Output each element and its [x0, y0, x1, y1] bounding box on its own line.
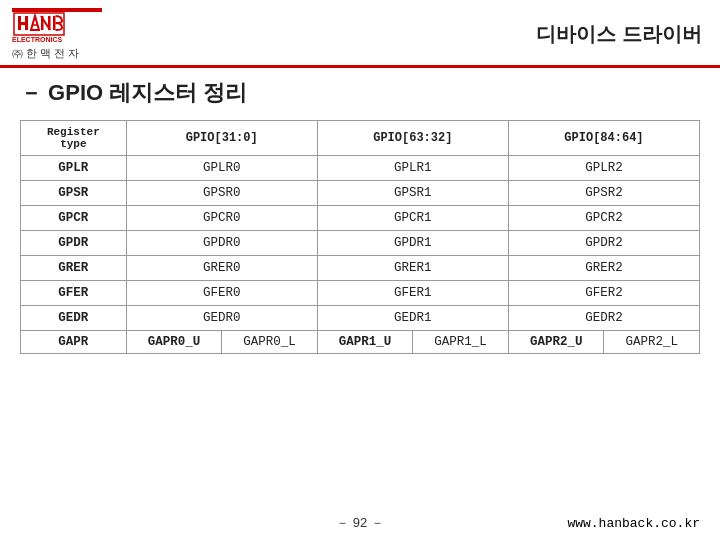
- cell-gpio84: GPCR2: [508, 206, 699, 231]
- footer-page-number: － 92 －: [247, 514, 474, 532]
- cell-gpio31: GEDR0: [126, 306, 317, 331]
- cell-gpio63: GPCR1: [317, 206, 508, 231]
- cell-gpio84: GFER2: [508, 281, 699, 306]
- header-title: 디바이스 드라이버: [536, 21, 702, 48]
- cell-gapr2-l: GAPR2_L: [604, 331, 699, 353]
- cell-gpio84: GRER2: [508, 256, 699, 281]
- cell-gpio84: GEDR2: [508, 306, 699, 331]
- table-container: Registertype GPIO[31:0] GPIO[63:32] GPIO…: [0, 116, 720, 358]
- cell-gpio63: GEDR1: [317, 306, 508, 331]
- cell-gapr-gpio63: GAPR1_U GAPR1_L: [317, 331, 508, 354]
- col-header-register-type: Registertype: [21, 121, 127, 156]
- cell-reg-type: GPLR: [21, 156, 127, 181]
- page-title: － GPIO 레지스터 정리: [0, 68, 720, 116]
- cell-gapr-type: GAPR: [21, 331, 127, 354]
- cell-reg-type: GPDR: [21, 231, 127, 256]
- table-row: GRER GRER0 GRER1 GRER2: [21, 256, 700, 281]
- cell-gapr2-u: GAPR2_U: [509, 331, 604, 353]
- cell-reg-type: GPCR: [21, 206, 127, 231]
- cell-gpio63: GFER1: [317, 281, 508, 306]
- cell-gpio63: GRER1: [317, 256, 508, 281]
- cell-reg-type: GRER: [21, 256, 127, 281]
- table-row: GPSR GPSR0 GPSR1 GPSR2: [21, 181, 700, 206]
- register-table: Registertype GPIO[31:0] GPIO[63:32] GPIO…: [20, 120, 700, 354]
- table-row: GFER GFER0 GFER1 GFER2: [21, 281, 700, 306]
- svg-rect-4: [25, 16, 28, 30]
- cell-gpio84: GPDR2: [508, 231, 699, 256]
- col-header-gpio-84-64: GPIO[84:64]: [508, 121, 699, 156]
- col-header-gpio-31-0: GPIO[31:0]: [126, 121, 317, 156]
- table-row: GEDR GEDR0 GEDR1 GEDR2: [21, 306, 700, 331]
- svg-rect-9: [48, 16, 51, 30]
- hanback-logo: ELECTRONICS: [12, 8, 102, 44]
- cell-gpio63: GPLR1: [317, 156, 508, 181]
- svg-text:ELECTRONICS: ELECTRONICS: [12, 36, 63, 43]
- company-name: ㈜ 한 맥 전 자: [12, 46, 79, 61]
- svg-rect-10: [53, 16, 56, 30]
- table-header-row: Registertype GPIO[31:0] GPIO[63:32] GPIO…: [21, 121, 700, 156]
- cell-gapr-gpio31: GAPR0_U GAPR0_L: [126, 331, 317, 354]
- cell-gpio31: GPSR0: [126, 181, 317, 206]
- cell-gapr0-u: GAPR0_U: [127, 331, 222, 353]
- cell-gpio31: GPDR0: [126, 231, 317, 256]
- footer: － 92 － www.hanback.co.kr: [0, 514, 720, 532]
- cell-gapr1-l: GAPR1_L: [413, 331, 508, 353]
- cell-reg-type: GEDR: [21, 306, 127, 331]
- table-row: GPDR GPDR0 GPDR1 GPDR2: [21, 231, 700, 256]
- logo-area: ELECTRONICS ㈜ 한 맥 전 자: [12, 8, 102, 61]
- cell-gapr-gpio84: GAPR2_U GAPR2_L: [508, 331, 699, 354]
- svg-marker-5: [31, 16, 39, 30]
- cell-reg-type: GFER: [21, 281, 127, 306]
- footer-url: www.hanback.co.kr: [473, 516, 700, 531]
- cell-gapr1-u: GAPR1_U: [318, 331, 413, 353]
- cell-gpio63: GPDR1: [317, 231, 508, 256]
- cell-gpio84: GPSR2: [508, 181, 699, 206]
- header: ELECTRONICS ㈜ 한 맥 전 자 디바이스 드라이버: [0, 0, 720, 68]
- table-row-gapr: GAPR GAPR0_U GAPR0_L GAPR1_U GAPR1_L: [21, 331, 700, 354]
- cell-gpio31: GFER0: [126, 281, 317, 306]
- cell-gpio31: GPLR0: [126, 156, 317, 181]
- cell-gpio31: GRER0: [126, 256, 317, 281]
- table-row: GPCR GPCR0 GPCR1 GPCR2: [21, 206, 700, 231]
- cell-gpio84: GPLR2: [508, 156, 699, 181]
- svg-rect-0: [12, 8, 102, 12]
- cell-gapr0-l: GAPR0_L: [222, 331, 317, 353]
- col-header-gpio-63-32: GPIO[63:32]: [317, 121, 508, 156]
- cell-gpio31: GPCR0: [126, 206, 317, 231]
- cell-reg-type: GPSR: [21, 181, 127, 206]
- cell-gpio63: GPSR1: [317, 181, 508, 206]
- table-row: GPLR GPLR0 GPLR1 GPLR2: [21, 156, 700, 181]
